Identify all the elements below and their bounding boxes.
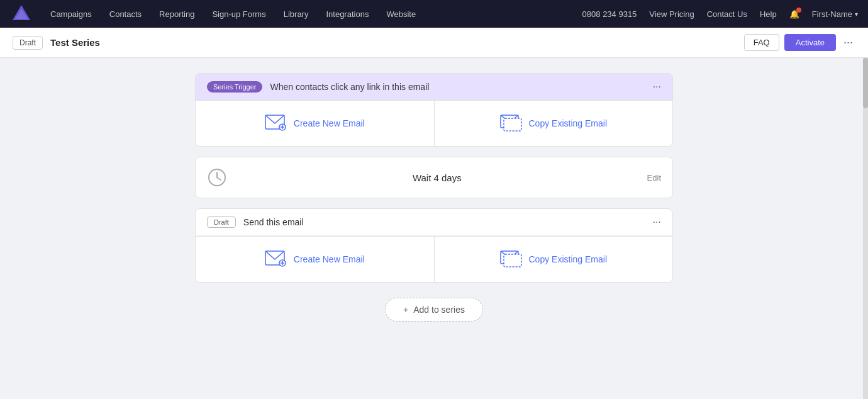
send-block: Draft Send this email ··· Create New Ema… (195, 208, 673, 283)
nav-contact-us[interactable]: Contact Us (707, 9, 747, 19)
activate-button[interactable]: Activate (784, 34, 836, 51)
nav-website[interactable]: Website (386, 9, 416, 19)
send-email-options: Create New Email Copy Existing Email (196, 236, 672, 282)
trigger-block: Series Trigger When contacts click any l… (195, 73, 673, 147)
add-series-section: + Add to series (385, 298, 483, 322)
top-navigation: Campaigns Contacts Reporting Sign-up For… (0, 0, 868, 28)
faq-button[interactable]: FAQ (744, 34, 779, 51)
plus-icon: + (403, 305, 408, 315)
sub-bar: Draft Test Series FAQ Activate ··· (0, 28, 868, 58)
send-create-new-email-button[interactable]: Create New Email (196, 237, 435, 282)
svg-rect-7 (504, 118, 521, 131)
trigger-copy-existing-email-button[interactable]: Copy Existing Email (435, 101, 673, 146)
send-description: Send this email (243, 217, 653, 227)
logo-icon[interactable] (10, 3, 33, 25)
wait-text: Wait 4 days (237, 172, 637, 183)
series-trigger-badge: Series Trigger (207, 81, 262, 93)
nav-signup-forms[interactable]: Sign-up Forms (212, 9, 265, 19)
svg-rect-16 (504, 254, 521, 267)
trigger-more-button[interactable]: ··· (653, 81, 661, 93)
svg-line-10 (217, 177, 221, 180)
nav-view-pricing[interactable]: View Pricing (649, 9, 694, 19)
send-more-button[interactable]: ··· (653, 216, 661, 228)
trigger-create-new-email-label: Create New Email (294, 118, 365, 128)
nav-integrations[interactable]: Integrations (326, 9, 369, 19)
wait-block: Wait 4 days Edit (195, 157, 673, 198)
send-draft-badge: Draft (207, 216, 236, 228)
sub-bar-more-button[interactable]: ··· (841, 36, 855, 49)
trigger-create-new-email-button[interactable]: Create New Email (196, 101, 435, 146)
add-series-label: Add to series (413, 305, 465, 315)
nav-library[interactable]: Library (284, 9, 309, 19)
notification-dot (796, 8, 801, 13)
nav-right: 0808 234 9315 View Pricing Contact Us He… (582, 9, 858, 19)
chevron-down-icon: ▾ (855, 11, 858, 18)
nav-user-name: First-Name (812, 9, 852, 19)
nav-campaigns[interactable]: Campaigns (50, 9, 92, 19)
scrollbar-track[interactable] (863, 58, 868, 399)
series-title: Test Series (50, 37, 100, 48)
send-create-email-icon (265, 250, 287, 268)
trigger-copy-existing-email-label: Copy Existing Email (529, 118, 608, 128)
trigger-description: When contacts click any link in this ema… (270, 82, 652, 92)
send-copy-existing-email-label: Copy Existing Email (529, 254, 608, 264)
scrollbar-thumb[interactable] (863, 58, 868, 108)
send-create-new-email-label: Create New Email (294, 254, 365, 264)
sub-bar-actions: FAQ Activate ··· (744, 34, 855, 51)
trigger-email-options: Create New Email Copy Existing Email (196, 100, 672, 146)
nav-bell-icon[interactable]: 🔔 (789, 9, 799, 19)
nav-help[interactable]: Help (760, 9, 777, 19)
nav-left: Campaigns Contacts Reporting Sign-up For… (10, 3, 416, 25)
main-content: Series Trigger When contacts click any l… (0, 58, 868, 337)
send-copy-existing-email-button[interactable]: Copy Existing Email (435, 237, 673, 282)
send-copy-email-icon (500, 250, 523, 268)
nav-contacts[interactable]: Contacts (109, 9, 142, 19)
nav-reporting[interactable]: Reporting (159, 9, 194, 19)
send-header: Draft Send this email ··· (196, 209, 672, 236)
nav-phone: 0808 234 9315 (582, 9, 637, 19)
create-email-icon (265, 115, 287, 132)
copy-email-icon (500, 115, 523, 132)
wait-edit-link[interactable]: Edit (647, 173, 661, 183)
trigger-header: Series Trigger When contacts click any l… (196, 74, 672, 100)
draft-badge: Draft (13, 36, 43, 50)
nav-user-menu[interactable]: First-Name ▾ (812, 9, 858, 19)
add-to-series-button[interactable]: + Add to series (385, 298, 483, 322)
clock-icon (207, 167, 227, 188)
